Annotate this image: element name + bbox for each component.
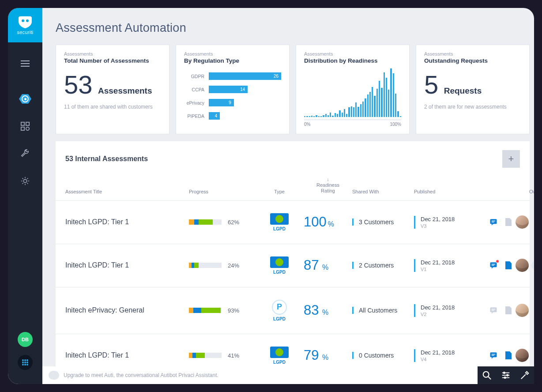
owner-avatar[interactable] — [516, 215, 529, 229]
histogram-bar — [346, 114, 347, 117]
owners-cell — [516, 215, 534, 229]
type-flag-icon — [270, 213, 289, 225]
brand[interactable]: securiti — [8, 8, 42, 42]
col-owners[interactable]: Owners — [516, 177, 534, 194]
card-note: 11 of them are shared with customers — [64, 104, 161, 110]
col-type[interactable]: Type — [255, 177, 304, 194]
summary-cards: Assessments Total Number of Assessments … — [56, 45, 530, 134]
card-title: By Regulation Type — [184, 57, 281, 64]
shared-cell: All Customers — [352, 307, 414, 314]
axis-max: 100% — [390, 122, 401, 127]
owner-avatar[interactable] — [516, 259, 529, 272]
sidebar-item-settings[interactable] — [16, 172, 34, 190]
tools-icon[interactable] — [520, 370, 530, 380]
sidebar-item-assessments[interactable] — [16, 90, 34, 108]
progress-value: 62% — [228, 219, 239, 226]
svg-rect-3 — [26, 122, 29, 125]
svg-point-8 — [24, 359, 26, 361]
bar-fill: 26 — [209, 72, 281, 80]
filter-icon[interactable] — [501, 370, 511, 380]
total-number: 53 — [64, 72, 93, 98]
card-title: Total Number of Assessments — [64, 57, 161, 64]
histogram-bar — [335, 113, 336, 117]
total-suffix: Assessments — [98, 86, 152, 95]
assistant-text: Upgrade to meet Auti, the conversational… — [64, 372, 218, 378]
bar-fill: 9 — [209, 99, 234, 106]
published-cell: Dec 21, 2018V4 — [414, 349, 489, 362]
col-title[interactable]: Assessment Title — [65, 177, 189, 194]
add-assessment-button[interactable]: + — [502, 150, 520, 168]
hamburger-icon — [21, 63, 30, 64]
table-row[interactable]: Initech LGPD: Tier 124%LGPD87 %2 Custome… — [56, 244, 530, 287]
grid-icon — [21, 358, 29, 366]
col-progress[interactable]: Progress — [189, 177, 255, 194]
file-icon[interactable] — [504, 306, 513, 315]
histogram-bar — [395, 94, 396, 117]
file-icon[interactable] — [504, 261, 513, 270]
speech-bubble-icon — [49, 371, 59, 380]
sidebar-item-tools[interactable] — [16, 145, 34, 162]
svg-point-9 — [26, 359, 28, 361]
file-icon[interactable] — [504, 218, 513, 226]
owners-cell — [516, 349, 534, 362]
owner-avatar[interactable] — [516, 304, 529, 317]
page-title: Assessment Automation — [56, 21, 530, 35]
readiness-cell: 83 % — [304, 302, 352, 318]
owners-cell: +2 — [516, 259, 534, 272]
svg-point-12 — [26, 362, 28, 363]
histogram-bar — [358, 107, 359, 117]
sidebar-item-dashboard[interactable] — [16, 117, 34, 135]
col-published[interactable]: Published — [414, 177, 489, 194]
svg-point-38 — [504, 377, 506, 378]
row-title: Initech LGPD: Tier 1 — [65, 261, 189, 269]
histogram-bar — [390, 68, 391, 117]
histogram-bar — [400, 116, 401, 117]
histogram-bar — [323, 115, 324, 117]
owner-overflow-badge[interactable]: +2 — [531, 260, 534, 270]
chat-icon[interactable] — [489, 261, 498, 270]
histogram-bar — [337, 114, 338, 117]
chat-icon[interactable] — [489, 306, 498, 315]
row-title: Initech LGPD: Tier 1 — [65, 218, 189, 226]
chat-icon[interactable] — [489, 218, 498, 226]
progress-value: 24% — [228, 262, 239, 269]
col-readiness[interactable]: ↓ Readiness Rating — [304, 177, 352, 194]
bottom-tools — [478, 366, 534, 384]
card-kicker: Assessments — [304, 51, 401, 57]
readiness-cell: 79 % — [304, 347, 352, 363]
bar-label: PIPEDA — [184, 113, 204, 119]
histogram-bar — [360, 104, 361, 117]
histogram-bar — [325, 114, 327, 117]
table-row[interactable]: Initech ePrivacy: General93%PLGPD83 %All… — [56, 287, 530, 334]
histogram-bar — [330, 113, 331, 117]
row-title: Initech ePrivacy: General — [65, 306, 189, 314]
chat-icon[interactable] — [489, 351, 498, 360]
svg-point-13 — [22, 364, 24, 366]
sort-arrow-icon: ↓ — [327, 177, 329, 182]
histogram-bar — [365, 98, 366, 117]
readiness-cell: 100% — [304, 214, 352, 230]
search-icon[interactable] — [482, 370, 492, 380]
assistant-hint[interactable]: Upgrade to meet Auti, the conversational… — [42, 366, 478, 384]
table-row[interactable]: Initech LGPD: Tier 162%LGPD100%3 Custome… — [56, 200, 530, 244]
svg-point-37 — [506, 374, 508, 376]
histogram-bar — [309, 116, 310, 117]
wrench-icon — [20, 149, 30, 158]
row-icons — [489, 351, 516, 360]
histogram-bar — [320, 116, 322, 117]
app-switcher[interactable] — [18, 355, 33, 370]
nav-toggle[interactable] — [16, 55, 34, 72]
user-avatar[interactable]: DB — [18, 332, 33, 347]
published-cell: Dec 21, 2018V2 — [414, 304, 489, 317]
owner-avatar[interactable] — [516, 349, 529, 362]
svg-point-7 — [22, 359, 24, 361]
file-icon[interactable] — [504, 351, 513, 360]
type-label: LGPD — [273, 226, 286, 231]
svg-rect-25 — [490, 352, 497, 357]
col-shared[interactable]: Shared With — [352, 177, 414, 194]
histogram-axis: 0% 100% — [304, 120, 401, 127]
progress-cell: 24% — [189, 262, 255, 269]
table-row[interactable]: Initech LGPD: Tier 141%LGPD79 %0 Custome… — [56, 334, 530, 366]
svg-rect-4 — [21, 127, 24, 130]
svg-point-15 — [26, 364, 28, 366]
